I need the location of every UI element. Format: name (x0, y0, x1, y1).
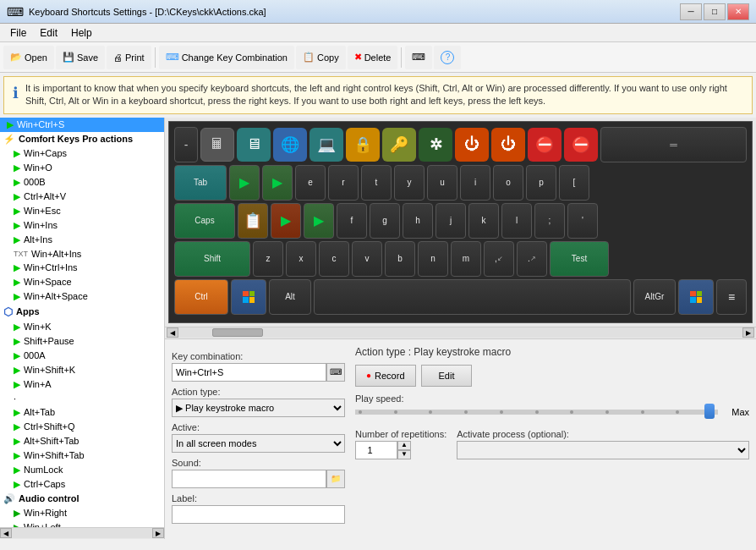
key-o[interactable]: o (493, 165, 523, 201)
sound-browse[interactable]: 📁 (326, 470, 345, 488)
key-z[interactable]: z (253, 241, 283, 277)
spin-up[interactable]: ▲ (397, 441, 411, 450)
key-w[interactable]: ▶ (262, 165, 293, 201)
active-dropdown[interactable]: In all screen modes (172, 434, 345, 453)
action-type-dropdown[interactable]: ▶ Play keystroke macro (172, 399, 345, 417)
key-quote[interactable]: ' (567, 203, 598, 239)
tree-item-altins[interactable]: ▶ Alt+Ins (0, 233, 164, 247)
edit-button[interactable]: Edit (421, 365, 473, 387)
key-d[interactable]: ▶ (304, 203, 334, 239)
key-monitor[interactable]: 🖥 (237, 128, 271, 162)
key-v[interactable]: v (352, 241, 382, 277)
section-comfort-keys[interactable]: ⚡ Comfort Keys Pro actions (0, 132, 164, 146)
menu-file[interactable]: File (3, 25, 33, 41)
key-g[interactable]: g (370, 203, 400, 239)
key-k[interactable]: k (468, 203, 499, 239)
tree-item-winaltspace[interactable]: ▶ Win+Alt+Space (0, 289, 164, 304)
hscroll-track[interactable] (178, 327, 742, 338)
hscroll-left[interactable]: ◀ (167, 327, 178, 338)
key-test[interactable]: Test (550, 241, 609, 277)
copy-button[interactable]: 📋 Copy (296, 46, 346, 69)
maximize-button[interactable]: □ (704, 3, 726, 20)
open-button[interactable]: 📂 Open (3, 46, 54, 69)
hscroll-right[interactable]: ▶ (742, 327, 754, 338)
section-apps[interactable]: ⬡ Apps (0, 304, 164, 320)
label-input[interactable] (172, 505, 345, 524)
key-combination-input[interactable] (172, 363, 326, 382)
key-b[interactable]: b (385, 241, 415, 277)
key-win-right[interactable] (678, 279, 714, 315)
key-t[interactable]: t (361, 165, 392, 201)
key-f[interactable]: f (337, 203, 367, 239)
key-period[interactable]: .↗ (517, 241, 547, 277)
key-key[interactable]: 🔑 (382, 128, 416, 162)
key-c[interactable]: c (319, 241, 349, 277)
tree-item-wina[interactable]: ▶ Win+A (0, 377, 164, 392)
tree-item-000b[interactable]: ▶ 000B (0, 175, 164, 190)
key-n[interactable]: n (418, 241, 448, 277)
tree-item-wincaps[interactable]: ▶ Win+Caps (0, 146, 164, 161)
help-button[interactable]: ? (434, 46, 461, 69)
tree-item-dot[interactable]: · (0, 392, 164, 405)
tree-item-wino[interactable]: ▶ Win+O (0, 161, 164, 175)
tree-item-winesc[interactable]: ▶ Win+Esc (0, 204, 164, 218)
left-scrollbar[interactable]: ◀ ▶ (0, 527, 164, 539)
scroll-left[interactable]: ◀ (0, 528, 12, 538)
key-h[interactable]: h (403, 203, 433, 239)
tree-item-shiftpause[interactable]: ▶ Shift+Pause (0, 334, 164, 349)
tree-item-winspace[interactable]: ▶ Win+Space (0, 275, 164, 289)
key-power1[interactable]: ⏻ (455, 128, 489, 162)
speed-slider-track[interactable] (355, 410, 718, 415)
close-button[interactable]: ✕ (727, 3, 749, 20)
tree-item-ctrlshiftq[interactable]: ▶ Ctrl+Shift+Q (0, 420, 164, 434)
keyboard-hscrollbar[interactable]: ◀ ▶ (165, 327, 756, 338)
record-button[interactable]: ● Record (355, 365, 416, 387)
key-r[interactable]: r (328, 165, 359, 201)
key-q[interactable]: ▶ (229, 165, 260, 201)
key-p[interactable]: p (526, 165, 556, 201)
key-globe[interactable]: 🌐 (273, 128, 307, 162)
keyboard-button[interactable]: ⌨ (405, 46, 432, 69)
key-menu[interactable]: ≡ (716, 279, 747, 315)
key-m[interactable]: m (451, 241, 481, 277)
key-l[interactable]: l (501, 203, 532, 239)
tree-item-winctrl-s[interactable]: ▶ Win+Ctrl+S (0, 118, 164, 132)
key-x[interactable]: x (286, 241, 316, 277)
key-caps[interactable]: Caps (174, 203, 235, 239)
key-alt[interactable]: Alt (269, 279, 311, 315)
activate-process-select[interactable] (457, 441, 749, 459)
key-j[interactable]: j (436, 203, 466, 239)
key-calc[interactable]: 🖩 (200, 128, 234, 162)
key-laptop[interactable]: 💻 (310, 128, 343, 162)
tree-item-altshifttab[interactable]: ▶ Alt+Shift+Tab (0, 434, 164, 448)
key-equals[interactable]: ═ (600, 127, 747, 162)
key-e[interactable]: e (295, 165, 326, 201)
num-reps-input[interactable] (355, 441, 397, 459)
tree-item-winshifttab[interactable]: ▶ Win+Shift+Tab (0, 448, 164, 463)
tree-item-wink[interactable]: ▶ Win+K (0, 320, 164, 334)
key-bracket-open[interactable]: [ (559, 165, 589, 201)
delete-button[interactable]: ✖ Delete (348, 46, 398, 69)
key-padlock[interactable]: 🔒 (346, 128, 380, 162)
key-comma[interactable]: ,↙ (484, 241, 514, 277)
key-win-left[interactable] (231, 279, 266, 315)
tree-item-winins[interactable]: ▶ Win+Ins (0, 218, 164, 233)
tree-item-alttab[interactable]: ▶ Alt+Tab (0, 405, 164, 420)
save-button[interactable]: 💾 Save (56, 46, 105, 69)
key-stop2[interactable]: ⛔ (564, 128, 598, 162)
key-shift[interactable]: Shift (174, 241, 250, 277)
tree-item-winctrlins[interactable]: ▶ Win+Ctrl+Ins (0, 261, 164, 275)
key-s[interactable]: ▶ (271, 203, 301, 239)
key-u[interactable]: u (427, 165, 457, 201)
key-power2[interactable]: ⏻ (491, 128, 525, 162)
key-combo-browse[interactable]: ⌨ (326, 363, 345, 382)
tree-item-ctrlaltv[interactable]: ▶ Ctrl+Alt+V (0, 190, 164, 204)
hscroll-thumb[interactable] (212, 328, 263, 337)
tree-item-numlock[interactable]: ▶ NumLock (0, 463, 164, 477)
tree-container[interactable]: ▶ Win+Ctrl+S ⚡ Comfort Keys Pro actions … (0, 118, 164, 527)
key-semicolon[interactable]: ; (534, 203, 565, 239)
spin-down[interactable]: ▼ (397, 450, 411, 459)
menu-help[interactable]: Help (64, 25, 99, 41)
section-audio[interactable]: 🔊 Audio control (0, 492, 164, 506)
tree-item-ctrlcaps[interactable]: ▶ Ctrl+Caps (0, 477, 164, 492)
